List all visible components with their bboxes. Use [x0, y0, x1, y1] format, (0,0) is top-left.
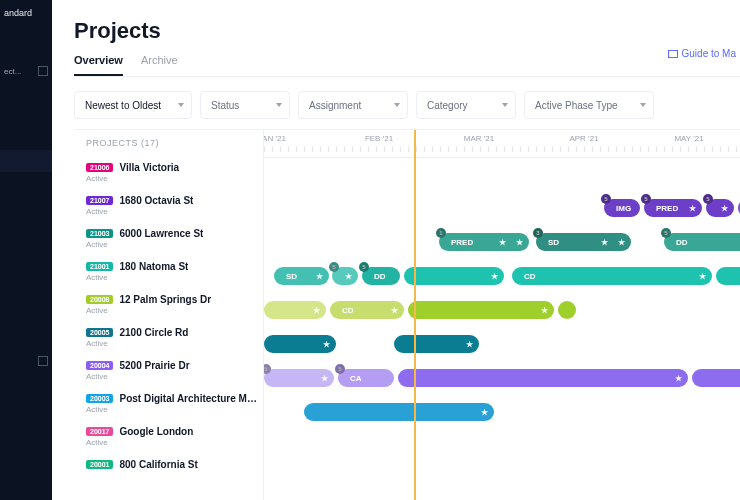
book-icon: [668, 50, 678, 58]
month-label: FEB '21: [365, 134, 393, 143]
phase-segment[interactable]: SD★: [274, 267, 329, 285]
project-row[interactable]: 200045200 Prairie DrActive: [74, 354, 263, 387]
phase-segment[interactable]: ★: [394, 335, 479, 353]
phase-badge: 5: [661, 228, 671, 238]
phase-segment[interactable]: ★: [398, 369, 688, 387]
project-number: 20004: [86, 361, 113, 370]
phase-segment[interactable]: ★5: [332, 267, 358, 285]
star-icon: ★: [313, 306, 320, 315]
project-row[interactable]: 20017Google LondonActive: [74, 420, 263, 453]
sidebar-lower-item[interactable]: [0, 350, 52, 372]
project-status: Active: [86, 438, 263, 447]
sidebar-search[interactable]: ect...: [0, 60, 52, 82]
project-name: 12 Palm Springs Dr: [119, 294, 211, 305]
timeline-lane: ★CD★★: [264, 294, 740, 326]
project-status: Active: [86, 273, 263, 282]
phase-segment[interactable]: ★: [404, 267, 504, 285]
phase-segment[interactable]: ★: [304, 403, 494, 421]
phase-label: DD: [374, 272, 386, 281]
star-icon: ★: [541, 306, 548, 315]
filter-bar: Newest to Oldest Status Assignment Categ…: [74, 91, 740, 119]
phase-badge: 3: [533, 228, 543, 238]
phase-badge: 5: [641, 194, 651, 204]
project-status: Active: [86, 174, 263, 183]
assignment-select[interactable]: Assignment: [298, 91, 408, 119]
timeline-lane: PRED★★1SD★★3DD★5: [264, 226, 740, 258]
phase-segment[interactable]: ★: [264, 301, 326, 319]
category-select[interactable]: Category: [416, 91, 516, 119]
project-list: PROJECTS (17) 21006Villa VictoriaActive2…: [74, 130, 264, 500]
phase-badge: 5: [359, 262, 369, 272]
project-row[interactable]: 20003Post Digital Architecture MuseumAct…: [74, 387, 263, 420]
phase-segment[interactable]: [558, 301, 576, 319]
sidebar-selected-item[interactable]: [0, 150, 52, 172]
project-number: 20005: [86, 328, 113, 337]
today-line: [414, 130, 416, 500]
tab-archive[interactable]: Archive: [141, 54, 178, 76]
phase-select[interactable]: Active Phase Type: [524, 91, 654, 119]
project-name: Post Digital Architecture Museum: [119, 393, 263, 404]
phase-segment[interactable]: PRED★5: [644, 199, 702, 217]
phase-segment[interactable]: SD★★3: [536, 233, 631, 251]
project-status: Active: [86, 207, 263, 216]
project-number: 20003: [86, 394, 113, 403]
phase-segment[interactable]: DD★5: [664, 233, 740, 251]
phase-segment[interactable]: ★: [264, 335, 336, 353]
star-icon: ★: [391, 306, 398, 315]
phase-label: SD: [286, 272, 297, 281]
project-number: 20017: [86, 427, 113, 436]
phase-segment[interactable]: ★5: [264, 369, 334, 387]
project-name: 6000 Lawrence St: [119, 228, 203, 239]
project-status: Active: [86, 306, 263, 315]
star-icon: ★: [481, 408, 488, 417]
project-row[interactable]: 210036000 Lawrence StActive: [74, 222, 263, 255]
timeline-header: AN '21FEB '21MAR '21APR '21MAY '21: [264, 130, 740, 158]
project-number: 20001: [86, 460, 113, 469]
tab-overview[interactable]: Overview: [74, 54, 123, 76]
project-row[interactable]: 20001800 California St: [74, 453, 263, 477]
phase-segment[interactable]: IMG5: [604, 199, 640, 217]
star-icon: ★: [699, 272, 706, 281]
star-icon: ★: [499, 238, 506, 247]
phase-segment[interactable]: [692, 369, 740, 387]
project-row[interactable]: 200052100 Circle RdActive: [74, 321, 263, 354]
phase-label: CA: [350, 374, 362, 383]
project-row[interactable]: 210071680 Octavia StActive: [74, 189, 263, 222]
sort-select[interactable]: Newest to Oldest: [74, 91, 192, 119]
phase-segment[interactable]: ★: [408, 301, 554, 319]
project-name: 1680 Octavia St: [119, 195, 193, 206]
phase-segment[interactable]: [716, 267, 740, 285]
project-number: 21003: [86, 229, 113, 238]
guide-link[interactable]: Guide to Ma: [668, 48, 736, 59]
status-select[interactable]: Status: [200, 91, 290, 119]
project-status: Active: [86, 372, 263, 381]
phase-segment[interactable]: CD★: [512, 267, 712, 285]
timeline[interactable]: AN '21FEB '21MAR '21APR '21MAY '21 IMG5P…: [264, 130, 740, 500]
star-icon: ★: [689, 204, 696, 213]
sidebar: andard ect...: [0, 0, 52, 500]
star-icon: ★: [601, 238, 608, 247]
phase-label: CD: [524, 272, 536, 281]
star-icon: ★: [321, 374, 328, 383]
star-icon: ★: [323, 340, 330, 349]
plan-badge: andard: [4, 8, 32, 18]
phase-badge: 5: [264, 364, 271, 374]
project-row[interactable]: 2000812 Palm Springs DrActive: [74, 288, 263, 321]
project-row[interactable]: 21001180 Natoma StActive: [74, 255, 263, 288]
project-number: 21007: [86, 196, 113, 205]
month-label: MAY '21: [674, 134, 703, 143]
project-row[interactable]: 21006Villa VictoriaActive: [74, 156, 263, 189]
phase-segment[interactable]: PRED★★1: [439, 233, 529, 251]
phase-segment[interactable]: ★5: [706, 199, 734, 217]
project-number: 20008: [86, 295, 113, 304]
phase-label: SD: [548, 238, 559, 247]
phase-badge: 5: [335, 364, 345, 374]
timeline-lane: SD★★5DD5★CD★: [264, 260, 740, 292]
phase-segment[interactable]: CA5: [338, 369, 394, 387]
phase-segment[interactable]: CD★: [330, 301, 404, 319]
phase-label: CD: [342, 306, 354, 315]
phase-segment[interactable]: DD5: [362, 267, 400, 285]
phase-badge: 5: [703, 194, 713, 204]
star-icon: ★: [516, 238, 523, 247]
main: Projects Guide to Ma Overview Archive Ne…: [52, 0, 740, 500]
